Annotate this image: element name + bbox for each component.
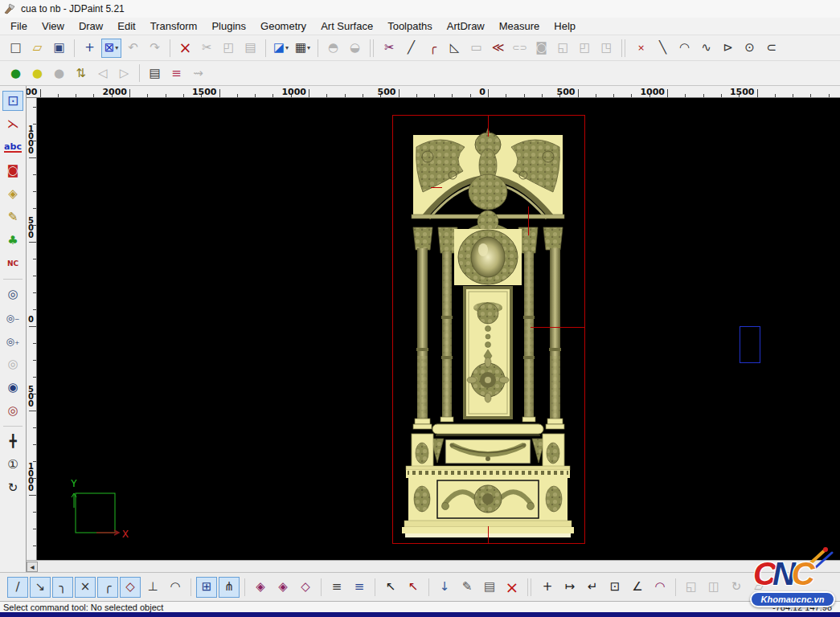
gravity-mid-button[interactable]: ◈ (272, 577, 293, 598)
zoom-actual-button[interactable]: ① (2, 455, 23, 475)
view-3d-button[interactable]: ◪▾ (271, 39, 291, 58)
new-file-button[interactable]: □ (6, 39, 26, 58)
menu-transform[interactable]: Transform (143, 18, 205, 34)
select-rect-tool-button[interactable]: ⊠▾ (101, 39, 121, 58)
array-copy-b-button[interactable]: ◰ (575, 39, 595, 58)
save-file-button[interactable]: ▣ (49, 39, 69, 58)
swap-layer-state-button[interactable]: ⇅ (71, 63, 91, 83)
menu-help[interactable]: Help (547, 18, 583, 34)
snap-endpoint-button[interactable]: ∕ (7, 577, 28, 598)
measure-distance-button[interactable]: ↦ (559, 577, 580, 598)
zoom-previous-button[interactable]: ◎ (2, 354, 23, 374)
pen-tool-button[interactable]: ✎ (2, 207, 23, 227)
unpick-object-button[interactable]: ↖ (403, 577, 424, 598)
snap-grid-button[interactable]: ⊞ (196, 577, 217, 598)
fillet-corner-button[interactable]: ╭ (423, 39, 443, 58)
menu-view[interactable]: View (35, 18, 72, 34)
copy-button[interactable]: ◰ (219, 39, 239, 58)
draw-point-button[interactable]: × (631, 39, 651, 58)
snap-intersection-button[interactable]: × (75, 577, 96, 598)
array-copy-a-button[interactable]: ◱ (553, 39, 573, 58)
pick-layer-button[interactable]: ● (49, 63, 69, 83)
scroll-left-button[interactable]: ◂ (27, 562, 38, 572)
layer-stack-b-button[interactable]: ≡ (349, 577, 370, 598)
chamfer-corner-button[interactable]: ◺ (445, 39, 465, 58)
cancel-operation-button[interactable]: × (502, 577, 522, 598)
send-to-layer-button[interactable]: ↓ (434, 577, 455, 598)
edit-properties-button[interactable]: ✎ (457, 577, 477, 598)
draw-spline-button[interactable]: ∿ (696, 39, 716, 58)
snap-node-button[interactable]: ↘ (30, 577, 51, 598)
measure-angle-button[interactable]: ∠ (627, 577, 648, 598)
snap-center-button[interactable]: ╭ (97, 577, 118, 598)
multi-fillet-button[interactable]: ≪ (488, 39, 508, 58)
delete-button[interactable]: × (175, 39, 195, 58)
pick-object-button[interactable]: ↖ (380, 577, 401, 598)
menu-measure[interactable]: Measure (492, 18, 547, 34)
pan-view-button[interactable]: ╋ (2, 431, 23, 452)
draw-oblong-button[interactable]: ⊂ (761, 39, 781, 58)
oblong-tool-button[interactable]: ⊂⊃ (510, 39, 530, 58)
render-effects-button[interactable]: ⇝ (188, 63, 208, 83)
snap-quadrant-button[interactable]: ◇ (120, 577, 141, 598)
horizontal-scrollbar[interactable]: ◂ (27, 560, 840, 572)
cut-button[interactable]: ✂ (197, 39, 217, 58)
view-cube-button-dropdown[interactable]: ▾ (307, 44, 310, 51)
select-tool-button[interactable]: ⊡ (2, 91, 23, 111)
refresh-view-button[interactable]: ↻ (2, 478, 23, 498)
object-list-button[interactable]: ▤ (479, 577, 500, 598)
menu-geometry[interactable]: Geometry (253, 18, 313, 34)
door-relief-artwork[interactable] (392, 115, 585, 545)
split-curve-button[interactable]: ╱ (401, 39, 421, 58)
layer-manager-button[interactable]: ▤ (145, 63, 165, 83)
draw-circle-button[interactable]: ⊙ (740, 39, 760, 58)
view-cube-button[interactable]: ▦▾ (293, 39, 313, 58)
menu-toolpaths[interactable]: Toolpaths (380, 18, 440, 34)
extend-curve-button[interactable]: ▭ (466, 39, 486, 58)
snap-midpoint-button[interactable]: ╮ (52, 577, 73, 598)
show-all-layers-button[interactable]: ● (6, 63, 26, 83)
guide-rect-blue[interactable] (740, 326, 760, 363)
canvas-viewport[interactable]: Y X (37, 98, 840, 560)
zoom-dynamic-button[interactable]: ◎ (2, 401, 23, 421)
menu-art-surface[interactable]: Art Surface (313, 18, 380, 34)
measure-step-button[interactable]: ↵ (582, 577, 603, 598)
measure-bbox-button[interactable]: ⊡ (604, 577, 625, 598)
measure-point-button[interactable]: + (537, 577, 558, 598)
menu-file[interactable]: File (3, 18, 35, 34)
menu-edit[interactable]: Edit (110, 18, 142, 34)
draw-polyline-button[interactable]: ⊳ (718, 39, 738, 58)
gravity-vertex-button[interactable]: ◈ (250, 577, 271, 598)
draw-arc-button[interactable]: ◠ (674, 39, 695, 58)
snap-axis-button[interactable]: ⋔ (219, 577, 240, 598)
transform-mirror-button[interactable]: ◫ (703, 577, 724, 598)
profile-tool-button[interactable]: ◙ (2, 161, 23, 181)
trim-curve-button[interactable]: ✂ (379, 39, 400, 58)
show-current-layer-button[interactable]: ● (27, 63, 47, 83)
relief-mode-a-button[interactable]: ◓ (323, 39, 343, 58)
relief-brush-tool-button[interactable]: ♣ (2, 231, 23, 251)
node-edit-tool-button[interactable]: ⋋ (2, 114, 23, 134)
view-3d-button-dropdown[interactable]: ▾ (285, 44, 289, 51)
open-file-button[interactable]: ▱ (27, 39, 47, 58)
menu-plugins[interactable]: Plugins (204, 18, 253, 34)
measure-radius-button[interactable]: ◠ (649, 577, 670, 598)
select-rect-tool-button-dropdown[interactable]: ▾ (115, 44, 118, 51)
array-copy-c-button[interactable]: ◳ (596, 39, 617, 58)
redo-button[interactable]: ↷ (145, 39, 165, 58)
nav-back-button[interactable]: ◁ (92, 63, 113, 83)
undo-button[interactable]: ↶ (123, 39, 143, 58)
menu-draw[interactable]: Draw (72, 18, 110, 34)
transform-copy-button[interactable]: ◱ (681, 577, 702, 598)
zoom-window-button[interactable]: ◎ (2, 284, 23, 304)
zoom-in-button[interactable]: ◎₊ (2, 331, 23, 351)
transform-rotate-button[interactable]: ↻ (726, 577, 747, 598)
gravity-center-button[interactable]: ◇ (295, 577, 316, 598)
crosshair-tool-button[interactable]: + (80, 39, 100, 58)
snap-tangent-button[interactable]: ◠ (165, 577, 186, 598)
paste-button[interactable]: ▤ (240, 39, 260, 58)
snap-perpendicular-button[interactable]: ⊥ (142, 577, 163, 598)
menu-artdraw[interactable]: ArtDraw (440, 18, 492, 34)
relief-mode-b-button[interactable]: ◒ (345, 39, 365, 58)
zoom-out-button[interactable]: ◎₋ (2, 308, 23, 328)
